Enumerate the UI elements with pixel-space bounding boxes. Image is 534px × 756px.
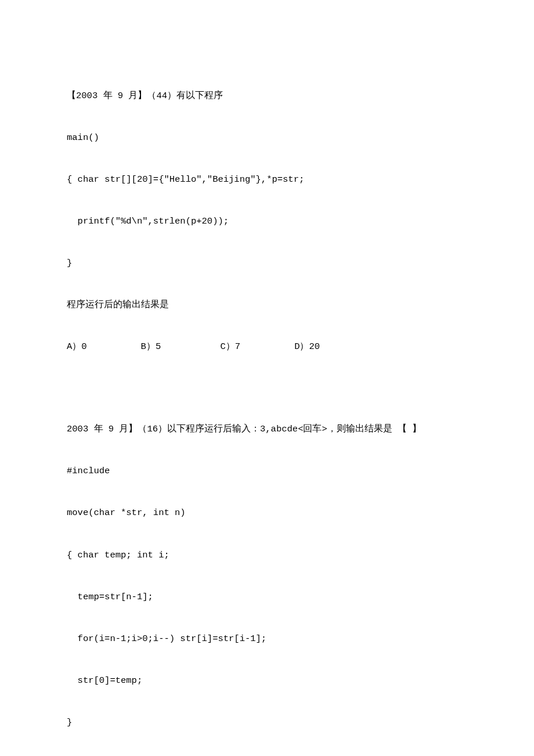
q2-code-line: for(i=n-1;i>0;i--) str[i]=str[i-1]; [67,632,467,646]
q1-result-label: 程序运行后的输出结果是 [67,298,467,312]
q1-code-line: main() [67,131,467,145]
q2-code-line: #include [67,464,467,478]
q2-code-line: { char temp; int i; [67,548,467,562]
q2-header: 2003 年 9 月】（16）以下程序运行后输入：3,abcde<回车>，则输出… [67,422,467,436]
q2-code-line: str[0]=temp; [67,674,467,687]
q1-code-line: } [67,256,467,270]
q2-code-line: } [67,715,467,729]
q1-code-line: printf("%d\n",strlen(p+20)); [67,214,467,228]
q1-options: A）0 B）5 C）7 D）20 [67,340,467,354]
q1-code-line: { char str[][20]={"Hello","Beijing"},*p=… [67,172,467,186]
question-1: 【2003 年 9 月】（44）有以下程序 main() { char str[… [67,61,467,381]
q2-code-line: move(char *str, int n) [67,506,467,520]
question-2: 2003 年 9 月】（16）以下程序运行后输入：3,abcde<回车>，则输出… [67,394,467,756]
q1-header: 【2003 年 9 月】（44）有以下程序 [67,89,467,103]
q2-code-line: temp=str[n-1]; [67,590,467,604]
document-page: 【2003 年 9 月】（44）有以下程序 main() { char str[… [0,0,534,756]
